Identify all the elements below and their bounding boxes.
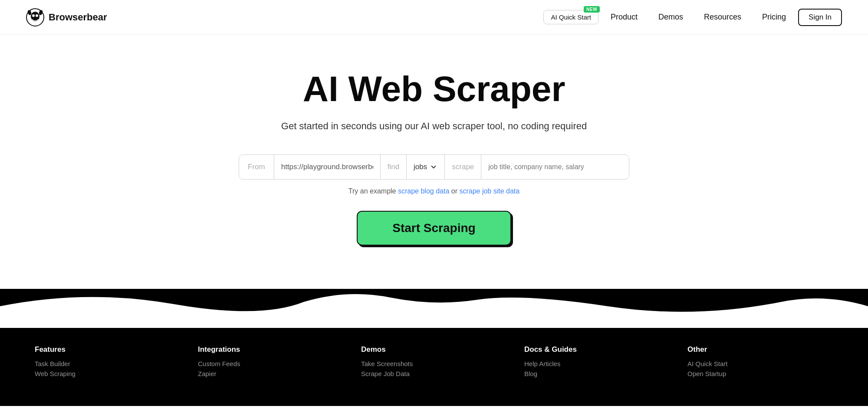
new-badge: NEW bbox=[584, 6, 600, 13]
footer-docs-title: Docs & Guides bbox=[524, 345, 670, 354]
example-or: or bbox=[451, 187, 460, 195]
footer-features-title: Features bbox=[35, 345, 181, 354]
ai-quickstart-label: AI Quick Start bbox=[551, 13, 591, 21]
footer-col-other: Other AI Quick Start Open Startup bbox=[687, 345, 833, 380]
footer-link-blog[interactable]: Blog bbox=[524, 370, 670, 377]
wave-divider bbox=[0, 289, 868, 328]
chevron-down-icon bbox=[430, 163, 437, 171]
hero-title: AI Web Scraper bbox=[303, 69, 566, 108]
footer-link-scrape-job-data[interactable]: Scrape Job Data bbox=[361, 370, 507, 377]
footer-link-open-startup[interactable]: Open Startup bbox=[687, 370, 833, 377]
logo-icon bbox=[26, 8, 44, 26]
nav-product[interactable]: Product bbox=[602, 9, 646, 25]
nav-links: NEW AI Quick Start Product Demos Resourc… bbox=[543, 9, 842, 26]
entity-dropdown[interactable]: jobs bbox=[407, 155, 445, 179]
svg-point-3 bbox=[36, 14, 38, 17]
footer-link-help-articles[interactable]: Help Articles bbox=[524, 360, 670, 367]
footer-integrations-title: Integrations bbox=[198, 345, 344, 354]
footer-col-demos: Demos Take Screenshots Scrape Job Data bbox=[361, 345, 507, 380]
fields-input[interactable] bbox=[481, 155, 629, 179]
logo-link[interactable]: Browserbear bbox=[26, 8, 107, 26]
example-job-link[interactable]: scrape job site data bbox=[459, 187, 519, 195]
url-input[interactable] bbox=[274, 155, 381, 179]
example-links: Try an example scrape blog data or scrap… bbox=[349, 187, 519, 195]
footer-grid: Features Task Builder Web Scraping Integ… bbox=[35, 345, 833, 380]
example-prefix: Try an example bbox=[349, 187, 398, 195]
hero-section: AI Web Scraper Get started in seconds us… bbox=[0, 35, 868, 289]
scraper-bar: From find jobs scrape bbox=[239, 154, 629, 180]
footer-link-zapier[interactable]: Zapier bbox=[198, 370, 344, 377]
footer-link-custom-feeds[interactable]: Custom Feeds bbox=[198, 360, 344, 367]
footer-other-title: Other bbox=[687, 345, 833, 354]
footer-link-web-scraping[interactable]: Web Scraping bbox=[35, 370, 181, 377]
from-label: From bbox=[239, 155, 274, 179]
footer-link-task-builder[interactable]: Task Builder bbox=[35, 360, 181, 367]
footer: Features Task Builder Web Scraping Integ… bbox=[0, 328, 868, 406]
start-scraping-button[interactable]: Start Scraping bbox=[357, 211, 511, 246]
footer-demos-title: Demos bbox=[361, 345, 507, 354]
ai-quickstart-button[interactable]: NEW AI Quick Start bbox=[543, 10, 598, 24]
logo-text: Browserbear bbox=[49, 12, 107, 23]
footer-link-take-screenshots[interactable]: Take Screenshots bbox=[361, 360, 507, 367]
svg-point-2 bbox=[32, 14, 35, 17]
scrape-label: scrape bbox=[445, 155, 481, 179]
hero-subtitle: Get started in seconds using our AI web … bbox=[281, 121, 587, 132]
find-label: find bbox=[381, 155, 407, 179]
footer-col-docs: Docs & Guides Help Articles Blog bbox=[524, 345, 670, 380]
nav-pricing[interactable]: Pricing bbox=[753, 9, 795, 25]
footer-link-ai-quickstart[interactable]: AI Quick Start bbox=[687, 360, 833, 367]
footer-col-features: Features Task Builder Web Scraping bbox=[35, 345, 181, 380]
signin-button[interactable]: Sign In bbox=[798, 9, 842, 26]
example-blog-link[interactable]: scrape blog data bbox=[398, 187, 449, 195]
entity-value: jobs bbox=[414, 163, 427, 171]
nav-resources[interactable]: Resources bbox=[695, 9, 750, 25]
footer-col-integrations: Integrations Custom Feeds Zapier bbox=[198, 345, 344, 380]
nav-demos[interactable]: Demos bbox=[650, 9, 692, 25]
navbar: Browserbear NEW AI Quick Start Product D… bbox=[0, 0, 868, 35]
